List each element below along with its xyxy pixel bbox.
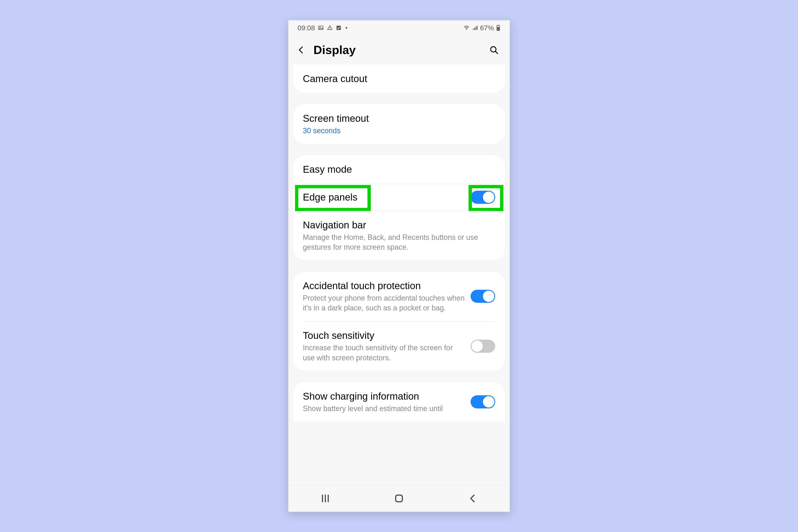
row-subtitle: Manage the Home, Back, and Recents butto… — [303, 232, 495, 252]
cloud-warning-icon — [327, 25, 333, 31]
settings-group: Screen timeout30 seconds — [293, 104, 505, 144]
more-notifications-dot-icon — [346, 27, 347, 28]
svg-rect-9 — [477, 26, 478, 30]
search-button[interactable] — [488, 43, 500, 56]
image-icon — [318, 25, 324, 31]
android-nav-bar — [288, 485, 510, 512]
svg-rect-11 — [498, 25, 499, 25]
chevron-left-icon — [297, 45, 306, 54]
toggle-accidental-touch[interactable] — [471, 290, 495, 303]
status-battery-text: 67% — [480, 24, 494, 32]
toggle-knob — [483, 396, 494, 407]
app-header: Display — [288, 35, 510, 64]
settings-group: Camera cutout — [293, 64, 505, 93]
nav-home-button[interactable] — [387, 492, 411, 505]
toggle-edge-panels[interactable] — [471, 191, 495, 204]
settings-group: Accidental touch protectionProtect your … — [293, 271, 505, 371]
row-subtitle: Protect your phone from accidental touch… — [303, 293, 466, 313]
nav-recents-button[interactable] — [313, 492, 338, 505]
toggle-show-charging[interactable] — [471, 395, 495, 408]
row-subtitle: Increase the touch sensitivity of the sc… — [303, 343, 466, 363]
row-text: Camera cutout — [303, 73, 495, 85]
row-text: Show charging informationShow battery le… — [303, 390, 466, 414]
row-text: Screen timeout30 seconds — [303, 112, 495, 136]
settings-row-camera-cutout[interactable]: Camera cutout — [293, 64, 505, 93]
settings-row-easy-mode[interactable]: Easy mode — [293, 155, 505, 184]
wifi-icon — [463, 24, 470, 31]
checkbox-icon — [336, 25, 342, 31]
svg-line-14 — [495, 51, 498, 54]
row-title: Screen timeout — [303, 112, 495, 125]
svg-rect-7 — [474, 28, 475, 30]
settings-row-accidental-touch[interactable]: Accidental touch protectionProtect your … — [293, 271, 505, 321]
row-title: Touch sensitivity — [303, 329, 466, 342]
settings-row-show-charging[interactable]: Show charging informationShow battery le… — [293, 382, 505, 422]
battery-icon — [496, 24, 500, 31]
nav-back-button[interactable] — [460, 492, 485, 505]
settings-content: Camera cutoutScreen timeout30 secondsEas… — [288, 64, 510, 422]
svg-rect-6 — [473, 29, 474, 30]
back-icon — [467, 493, 478, 504]
row-text: Accidental touch protectionProtect your … — [303, 280, 466, 313]
svg-rect-4 — [337, 26, 341, 30]
svg-rect-12 — [497, 27, 499, 30]
row-title: Show charging information — [303, 390, 466, 402]
search-icon — [489, 45, 499, 55]
settings-row-edge-panels[interactable]: Edge panels — [293, 184, 505, 211]
svg-rect-8 — [475, 27, 476, 30]
svg-point-5 — [466, 29, 467, 30]
recents-icon — [320, 493, 331, 504]
row-text: Touch sensitivityIncrease the touch sens… — [303, 329, 466, 363]
row-text: Easy mode — [303, 163, 495, 175]
back-button[interactable] — [294, 43, 308, 56]
row-title: Accidental touch protection — [303, 280, 466, 292]
phone-frame: 09:08 67% — [288, 20, 510, 512]
toggle-touch-sensitivity[interactable] — [471, 340, 495, 353]
status-time: 09:08 — [298, 24, 315, 32]
row-title: Camera cutout — [303, 73, 495, 85]
row-text: Navigation barManage the Home, Back, and… — [303, 219, 495, 252]
toggle-knob — [471, 341, 483, 352]
settings-row-screen-timeout[interactable]: Screen timeout30 seconds — [293, 104, 505, 144]
settings-group: Easy modeEdge panelsNavigation barManage… — [293, 155, 505, 261]
settings-row-navigation-bar[interactable]: Navigation barManage the Home, Back, and… — [293, 211, 505, 261]
row-title: Edge panels — [303, 191, 466, 203]
page-title: Display — [314, 43, 356, 57]
toggle-knob — [483, 191, 494, 203]
row-subtitle: Show battery level and estimated time un… — [303, 404, 466, 414]
svg-point-3 — [330, 28, 330, 29]
toggle-knob — [483, 290, 494, 302]
settings-row-touch-sensitivity[interactable]: Touch sensitivityIncrease the touch sens… — [293, 321, 505, 371]
settings-group: Show charging informationShow battery le… — [293, 382, 505, 422]
status-bar: 09:08 67% — [288, 20, 510, 35]
row-text: Edge panels — [303, 191, 466, 203]
home-icon — [393, 493, 405, 504]
signal-icon — [472, 25, 478, 31]
row-subtitle: 30 seconds — [303, 126, 495, 136]
row-title: Easy mode — [303, 163, 495, 175]
row-title: Navigation bar — [303, 219, 495, 231]
svg-rect-18 — [396, 495, 402, 502]
